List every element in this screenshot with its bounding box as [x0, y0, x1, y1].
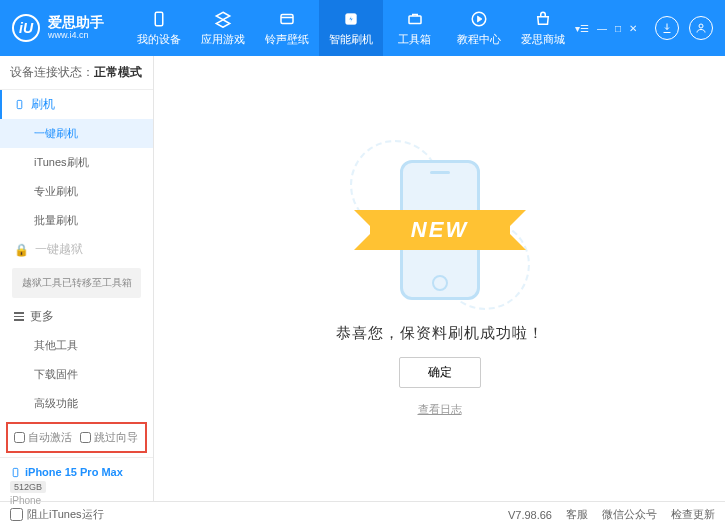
sidebar-item-more-2[interactable]: 高级功能: [0, 389, 153, 418]
app-title: 爱思助手: [48, 15, 104, 30]
new-ribbon: NEW: [370, 210, 510, 250]
device-info: iPhone 15 Pro Max 512GB iPhone: [0, 457, 153, 514]
version-label: V7.98.66: [508, 509, 552, 521]
hamburger-icon: [14, 312, 24, 321]
svg-rect-1: [281, 14, 293, 23]
nav-item-toolbox[interactable]: 工具箱: [383, 0, 447, 56]
menu-icon[interactable]: ▾☰: [575, 23, 589, 34]
tutorial-icon: [470, 10, 488, 28]
sidebar-item-flash-0[interactable]: 一键刷机: [0, 119, 153, 148]
sidebar-header-jailbreak[interactable]: 🔒 一键越狱: [0, 235, 153, 264]
nav-item-apps[interactable]: 应用游戏: [191, 0, 255, 56]
flash-icon: [342, 10, 360, 28]
connection-status: 设备连接状态：正常模式: [0, 56, 153, 90]
svg-rect-6: [17, 100, 22, 108]
view-log-link[interactable]: 查看日志: [418, 402, 462, 417]
lock-icon: 🔒: [14, 243, 29, 257]
maximize-icon[interactable]: □: [615, 23, 621, 34]
svg-rect-7: [13, 468, 18, 476]
ringtone-icon: [278, 10, 296, 28]
minimize-icon[interactable]: ―: [597, 23, 607, 34]
options-highlight-box: 自动激活 跳过向导: [6, 422, 147, 453]
device-storage: 512GB: [10, 481, 46, 493]
device-icon: [10, 467, 21, 478]
svg-rect-3: [409, 16, 421, 24]
sidebar-item-flash-1[interactable]: iTunes刷机: [0, 148, 153, 177]
nav-item-ringtone[interactable]: 铃声壁纸: [255, 0, 319, 56]
svg-rect-0: [155, 12, 163, 26]
logo-icon: iU: [12, 14, 40, 42]
auto-activate-checkbox[interactable]: 自动激活: [14, 430, 72, 445]
sidebar-item-more-0[interactable]: 其他工具: [0, 331, 153, 360]
nav-item-device[interactable]: 我的设备: [127, 0, 191, 56]
footer-link-wechat[interactable]: 微信公众号: [602, 507, 657, 522]
phone-icon: [14, 99, 25, 110]
sidebar-header-more[interactable]: 更多: [0, 302, 153, 331]
apps-icon: [214, 10, 232, 28]
footer-link-support[interactable]: 客服: [566, 507, 588, 522]
sidebar-item-flash-3[interactable]: 批量刷机: [0, 206, 153, 235]
skip-guide-checkbox[interactable]: 跳过向导: [80, 430, 138, 445]
sidebar-item-more-1[interactable]: 下载固件: [0, 360, 153, 389]
download-icon: [661, 22, 673, 34]
success-illustration: NEW: [350, 140, 530, 310]
jailbreak-note: 越狱工具已转移至工具箱: [12, 268, 141, 298]
close-icon[interactable]: ✕: [629, 23, 637, 34]
ok-button[interactable]: 确定: [399, 357, 481, 388]
svg-point-5: [699, 24, 703, 28]
nav-item-flash[interactable]: 智能刷机: [319, 0, 383, 56]
sidebar-header-flash[interactable]: 刷机: [0, 90, 153, 119]
block-itunes-checkbox[interactable]: 阻止iTunes运行: [10, 507, 104, 522]
user-icon: [695, 22, 707, 34]
sidebar: 设备连接状态：正常模式 刷机 一键刷机iTunes刷机专业刷机批量刷机 🔒 一键…: [0, 56, 154, 501]
main-content: NEW 恭喜您，保资料刷机成功啦！ 确定 查看日志: [154, 56, 725, 501]
toolbox-icon: [406, 10, 424, 28]
device-icon: [150, 10, 168, 28]
user-button[interactable]: [689, 16, 713, 40]
app-url: www.i4.cn: [48, 31, 104, 41]
success-message: 恭喜您，保资料刷机成功啦！: [336, 324, 544, 343]
store-icon: [534, 10, 552, 28]
sidebar-item-flash-2[interactable]: 专业刷机: [0, 177, 153, 206]
nav-item-tutorial[interactable]: 教程中心: [447, 0, 511, 56]
download-button[interactable]: [655, 16, 679, 40]
nav-item-store[interactable]: 爱思商城: [511, 0, 575, 56]
logo: iU 爱思助手 www.i4.cn: [12, 14, 127, 42]
device-name[interactable]: iPhone 15 Pro Max: [10, 466, 143, 478]
footer-link-update[interactable]: 检查更新: [671, 507, 715, 522]
top-nav: 我的设备应用游戏铃声壁纸智能刷机工具箱教程中心爱思商城: [127, 0, 575, 56]
device-type: iPhone: [10, 495, 143, 506]
window-controls: ▾☰ ― □ ✕: [575, 23, 637, 34]
app-header: iU 爱思助手 www.i4.cn 我的设备应用游戏铃声壁纸智能刷机工具箱教程中…: [0, 0, 725, 56]
